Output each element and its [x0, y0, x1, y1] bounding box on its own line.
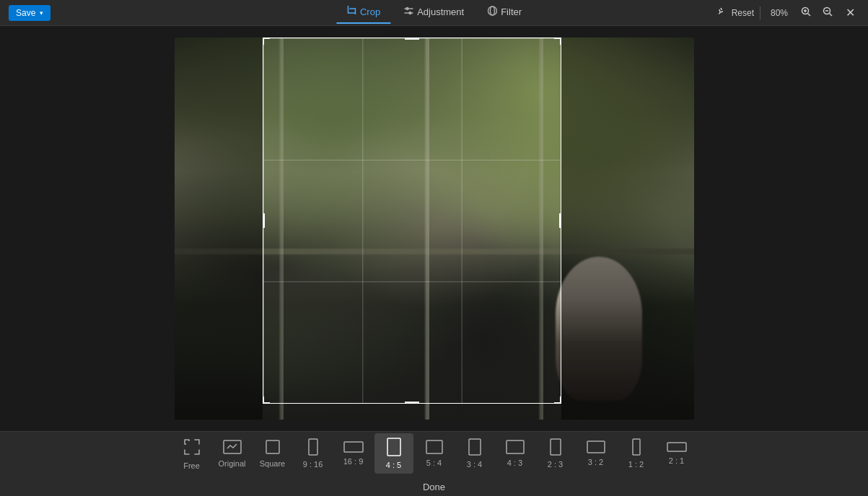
zoom-in-button[interactable] [798, 5, 814, 20]
ratio-3-4[interactable]: 3 : 4 [455, 434, 494, 473]
crop-icon [346, 6, 356, 18]
ratio-list: Free Original Square [172, 433, 696, 474]
ratio-4-5-label: 4 : 5 [386, 461, 401, 469]
svg-rect-17 [309, 439, 317, 455]
ratio-2-1[interactable]: 2 : 1 [657, 438, 696, 469]
svg-rect-26 [667, 443, 686, 451]
ratio-free[interactable]: Free [172, 433, 211, 474]
bottom-toolbar: Free Original Square [0, 431, 868, 496]
zoom-out-icon [823, 6, 833, 17]
ratio-3-4-icon [468, 438, 481, 456]
zoom-in-icon [801, 6, 811, 17]
svg-rect-23 [551, 439, 561, 455]
ratio-5-4[interactable]: 5 : 4 [415, 435, 454, 471]
ratio-original[interactable]: Original [213, 435, 252, 472]
close-button[interactable]: ✕ [841, 4, 859, 21]
ratio-4-3-icon [506, 440, 525, 454]
ratio-1-2-icon [632, 438, 641, 456]
done-button[interactable]: Done [411, 479, 457, 495]
tab-adjustment-label: Adjustment [417, 6, 464, 17]
tab-crop[interactable]: Crop [336, 1, 390, 24]
person-silhouette [556, 257, 642, 401]
ratio-1-2-label: 1 : 2 [628, 460, 644, 469]
canvas-area [0, 26, 868, 431]
tab-crop-label: Crop [360, 6, 380, 17]
svg-rect-18 [344, 442, 363, 452]
svg-rect-22 [507, 440, 524, 453]
ratio-original-icon [222, 439, 242, 455]
ratio-square-label: Square [260, 459, 285, 468]
svg-line-7 [808, 14, 811, 17]
close-icon: ✕ [846, 6, 855, 19]
ratio-9-16-icon [308, 438, 318, 456]
ratio-5-4-icon [426, 440, 443, 454]
tab-filter-label: Filter [501, 6, 522, 17]
ratio-16-9-label: 16 : 9 [343, 457, 364, 466]
ratio-4-3-label: 4 : 3 [507, 459, 522, 467]
ratio-16-9[interactable]: 16 : 9 [334, 437, 373, 470]
done-label: Done [423, 482, 445, 492]
ratio-2-1-label: 2 : 1 [669, 456, 684, 465]
ratio-4-5-icon [387, 438, 401, 456]
tab-adjustment[interactable]: Adjustment [393, 1, 474, 24]
scene [175, 37, 694, 420]
ratio-1-2[interactable]: 1 : 2 [617, 434, 656, 473]
svg-line-11 [830, 14, 833, 17]
divider [760, 6, 760, 19]
save-button[interactable]: Save ▾ [9, 5, 51, 21]
ratio-original-label: Original [219, 459, 246, 468]
svg-point-5 [490, 6, 494, 15]
svg-rect-20 [426, 440, 442, 453]
ratio-16-9-icon [343, 441, 364, 453]
ratio-square-icon [265, 439, 281, 455]
ratio-3-4-label: 3 : 4 [467, 460, 482, 469]
ratio-free-icon [182, 437, 202, 457]
ratio-9-16-label: 9 : 16 [303, 460, 323, 469]
reset-icon [719, 8, 729, 18]
svg-rect-16 [266, 440, 279, 453]
svg-rect-25 [633, 439, 640, 455]
ratio-4-3[interactable]: 4 : 3 [496, 435, 535, 471]
photo-container [175, 37, 694, 420]
svg-rect-24 [587, 441, 605, 453]
adjustment-icon [403, 6, 413, 18]
ratio-3-2-icon [587, 440, 605, 453]
zoom-out-button[interactable] [820, 5, 836, 20]
photo-background [175, 37, 694, 420]
svg-point-3 [409, 12, 411, 14]
ratio-2-3-label: 2 : 3 [548, 460, 563, 469]
ratio-2-3-icon [550, 438, 561, 456]
ratio-9-16[interactable]: 9 : 16 [294, 434, 333, 473]
ratio-3-2-label: 3 : 2 [588, 458, 603, 466]
save-label: Save [16, 8, 35, 18]
svg-rect-21 [469, 439, 481, 455]
top-right-controls: Reset 80% ✕ [719, 4, 859, 21]
reset-label: Reset [732, 8, 754, 18]
zoom-level: 80% [766, 8, 792, 18]
ratio-2-3[interactable]: 2 : 3 [536, 434, 575, 473]
ratio-2-1-icon [667, 442, 687, 452]
ratio-free-label: Free [183, 461, 200, 470]
tab-filter[interactable]: Filter [477, 1, 532, 24]
save-chevron-icon: ▾ [40, 9, 43, 17]
svg-rect-19 [387, 438, 400, 456]
reset-button[interactable]: Reset [719, 8, 754, 18]
top-bar: Save ▾ Crop Adjustment [0, 0, 868, 26]
ratio-square[interactable]: Square [253, 435, 292, 472]
ratio-3-2[interactable]: 3 : 2 [577, 436, 615, 471]
svg-point-2 [406, 8, 408, 10]
tab-group: Crop Adjustment Filter [336, 1, 532, 24]
ratio-4-5[interactable]: 4 : 5 [374, 433, 413, 474]
ratio-5-4-label: 5 : 4 [426, 459, 442, 467]
svg-point-4 [488, 6, 496, 15]
filter-icon [487, 6, 497, 18]
